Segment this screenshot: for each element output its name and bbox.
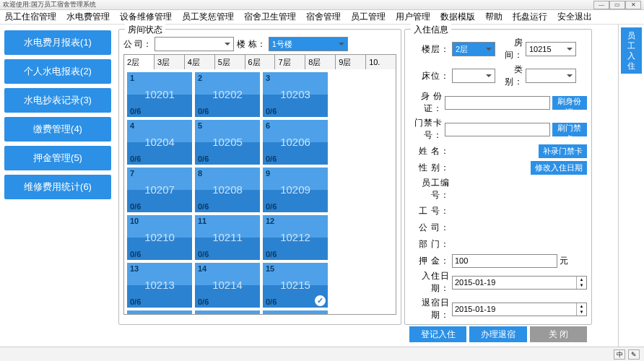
bed-combo[interactable] (452, 69, 495, 83)
window-titlebar: 欢迎使用:国万员工宿舍管理系统 — ▭ ✕ (0, 0, 644, 10)
floor-tab[interactable]: 9层 (336, 55, 366, 69)
nav-button[interactable]: 个人水电报表(2) (4, 59, 111, 84)
room-card[interactable]: 14102140/6 (195, 263, 260, 308)
room-number: 10214 (195, 279, 260, 291)
indate-picker[interactable]: 2015-01-19▲▼ (452, 276, 587, 290)
room-number: 10203 (263, 88, 328, 100)
deposit-input[interactable] (452, 254, 557, 268)
employee-checkin-button[interactable]: 入住信息 员工入住 (621, 27, 642, 74)
menu-item[interactable]: 安全退出 (557, 11, 592, 23)
room-index: 4 (130, 121, 134, 130)
room-index: 7 (130, 169, 134, 178)
room-card[interactable]: 4102040/6 (127, 120, 192, 165)
minimize-button[interactable]: — (593, 1, 609, 9)
room-card[interactable]: 11102110/6 (195, 215, 260, 260)
close-window-button[interactable]: ✕ (625, 1, 641, 9)
floor-tab[interactable]: 4层 (185, 55, 215, 69)
name-label: 姓 名： (409, 145, 450, 157)
window-buttons: — ▭ ✕ (593, 1, 641, 9)
menu-item[interactable]: 员工奖惩管理 (182, 11, 234, 23)
room-index: 3 (266, 74, 270, 82)
menu-item[interactable]: 宿舍管理 (306, 11, 341, 23)
floor-tab[interactable]: 7层 (275, 55, 305, 69)
floor-tab[interactable]: 6层 (245, 55, 276, 69)
room-index: 9 (266, 169, 270, 178)
edit-icon[interactable]: ✎ (628, 349, 640, 360)
room-number: 10205 (195, 136, 260, 148)
outdate-picker[interactable]: 2015-01-19▲▼ (452, 303, 587, 316)
room-occupancy: 0/6 (130, 250, 141, 258)
floor-tab[interactable]: 8层 (305, 55, 336, 69)
menu-item[interactable]: 用户管理 (396, 11, 430, 23)
statusbar: 中 ✎ (0, 347, 644, 361)
checkout-button[interactable]: 办理退宿 (469, 326, 526, 342)
floor-tab[interactable]: 3层 (155, 55, 185, 69)
room-index: 8 (198, 169, 202, 178)
room-index: 1 (130, 74, 134, 82)
menu-item[interactable]: 帮助 (485, 11, 502, 23)
ime-icon[interactable]: 中 (614, 349, 625, 360)
floor-tabs: 2层 3层 4层 5层 6层 7层 8层 9层 10. (123, 54, 396, 69)
room-number: 10210 (127, 231, 192, 243)
room-card[interactable]: 2102020/6 (195, 72, 260, 117)
room-occupancy: 0/6 (266, 297, 277, 306)
floor-tab[interactable]: 5层 (215, 55, 245, 69)
room-index: 14 (198, 264, 206, 273)
company-combo[interactable] (155, 37, 234, 51)
menu-item[interactable]: 托盘运行 (513, 11, 547, 23)
room-card[interactable]: 5102050/6 (195, 120, 260, 165)
room-card[interactable]: 9102090/6 (263, 168, 328, 212)
floor-combo[interactable]: 2层 (452, 42, 495, 56)
room-card[interactable]: 6102060/6 (263, 120, 328, 165)
supplement-doorcard-button[interactable]: 补录门禁卡 (539, 144, 587, 158)
category-label: 类别： (497, 64, 523, 88)
room-combo[interactable]: 10215 (526, 42, 576, 56)
maximize-button[interactable]: ▭ (609, 1, 625, 9)
checkin-button[interactable]: 登记入住 (409, 326, 466, 342)
nav-button[interactable]: 缴费管理(4) (4, 117, 111, 142)
menu-item[interactable]: 宿舍卫生管理 (244, 11, 296, 23)
doorcard-input[interactable] (445, 123, 550, 136)
room-number: 10212 (263, 231, 328, 243)
room-number: 10211 (195, 231, 260, 243)
room-number: 10208 (195, 183, 260, 196)
nav-button[interactable]: 维修费用统计(6) (4, 175, 111, 199)
room-occupancy: 0/6 (198, 107, 209, 116)
left-nav: 水电费月报表(1) 个人水电报表(2) 水电抄表记录(3) 缴费管理(4) 押金… (0, 25, 116, 347)
room-occupancy: 0/6 (198, 155, 209, 163)
idcard-input[interactable] (445, 96, 550, 110)
jobno-label: 工 号： (409, 205, 450, 217)
empno-label: 员工编号： (409, 177, 450, 201)
building-label: 楼 栋： (237, 38, 265, 51)
room-card[interactable]: 7102070/6 (127, 168, 192, 212)
menu-item[interactable]: 员工住宿管理 (4, 11, 56, 23)
nav-button[interactable]: 押金管理(5) (4, 146, 111, 170)
room-card[interactable]: 15102150/6✓ (263, 263, 328, 308)
menu-item[interactable]: 员工管理 (351, 11, 386, 23)
menu-item[interactable]: 数据模版 (440, 11, 475, 23)
close-button[interactable]: 关 闭 (530, 326, 587, 342)
room-card[interactable]: 10102100/6 (127, 215, 192, 260)
room-card[interactable]: 13102130/6 (127, 263, 192, 308)
room-label: 房间： (497, 37, 523, 61)
room-card[interactable]: 1102010/6 (127, 72, 192, 117)
room-number: 10201 (127, 88, 192, 100)
building-combo[interactable]: 1号楼 (269, 37, 348, 51)
room-occupancy: 0/6 (266, 107, 277, 116)
room-status-panel: 房间状态 公 司： 楼 栋： 1号楼 2层 3层 4层 5层 6层 7层 8层 … (118, 29, 401, 325)
nav-button[interactable]: 水电费月报表(1) (4, 30, 111, 55)
floor-tab[interactable]: 2层 (124, 55, 155, 69)
room-card[interactable]: 3102030/6 (263, 72, 328, 117)
category-combo[interactable] (526, 69, 576, 83)
menu-item[interactable]: 设备维修管理 (120, 11, 172, 23)
room-number: 10207 (127, 183, 192, 196)
modify-checkin-date-button[interactable]: 修改入住日期 (531, 161, 587, 175)
room-card-empty (127, 310, 192, 315)
floor-tab[interactable]: 10. (366, 55, 396, 69)
swipe-doorcard-button[interactable]: 刷门禁卡 (552, 123, 587, 136)
swipe-idcard-button[interactable]: 刷身份证 (552, 96, 587, 110)
room-card[interactable]: 12102120/6 (263, 215, 328, 260)
room-card[interactable]: 8102080/6 (195, 168, 260, 212)
menu-item[interactable]: 水电费管理 (66, 11, 110, 23)
nav-button[interactable]: 水电抄表记录(3) (4, 88, 111, 113)
